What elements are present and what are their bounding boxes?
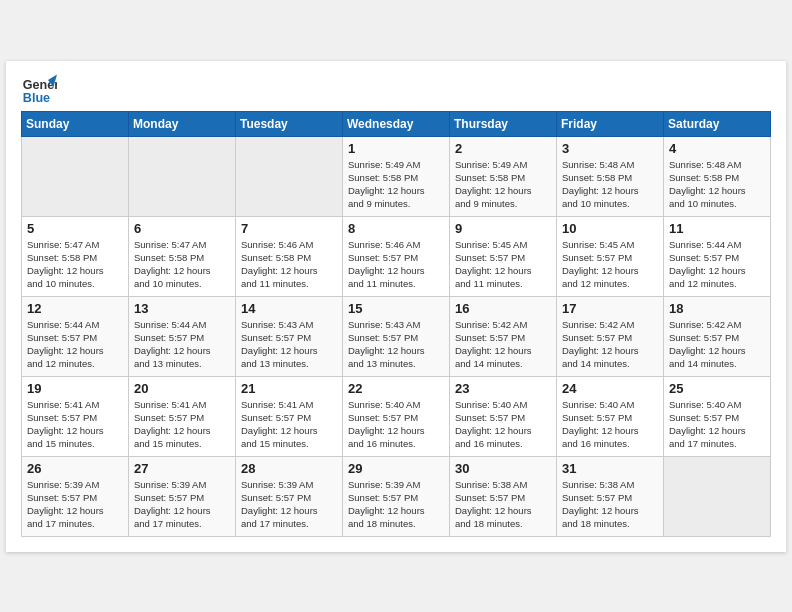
day-info: Sunrise: 5:48 AM Sunset: 5:58 PM Dayligh… [669,158,765,211]
day-number: 22 [348,381,444,396]
header: General Blue [21,71,771,107]
day-info: Sunrise: 5:46 AM Sunset: 5:58 PM Dayligh… [241,238,337,291]
day-number: 10 [562,221,658,236]
day-number: 19 [27,381,123,396]
day-number: 5 [27,221,123,236]
calendar-cell: 14Sunrise: 5:43 AM Sunset: 5:57 PM Dayli… [236,296,343,376]
day-info: Sunrise: 5:38 AM Sunset: 5:57 PM Dayligh… [455,478,551,531]
calendar-cell [664,456,771,536]
weekday-header: Wednesday [343,111,450,136]
day-info: Sunrise: 5:42 AM Sunset: 5:57 PM Dayligh… [455,318,551,371]
day-number: 30 [455,461,551,476]
calendar-body: 1Sunrise: 5:49 AM Sunset: 5:58 PM Daylig… [22,136,771,536]
weekday-header: Tuesday [236,111,343,136]
calendar-cell [129,136,236,216]
calendar-week-row: 5Sunrise: 5:47 AM Sunset: 5:58 PM Daylig… [22,216,771,296]
calendar-cell: 4Sunrise: 5:48 AM Sunset: 5:58 PM Daylig… [664,136,771,216]
day-info: Sunrise: 5:41 AM Sunset: 5:57 PM Dayligh… [241,398,337,451]
calendar-cell: 18Sunrise: 5:42 AM Sunset: 5:57 PM Dayli… [664,296,771,376]
logo-icon: General Blue [21,71,57,107]
day-info: Sunrise: 5:40 AM Sunset: 5:57 PM Dayligh… [455,398,551,451]
day-info: Sunrise: 5:39 AM Sunset: 5:57 PM Dayligh… [348,478,444,531]
day-number: 15 [348,301,444,316]
logo: General Blue [21,71,57,107]
day-number: 2 [455,141,551,156]
day-number: 14 [241,301,337,316]
weekday-header: Sunday [22,111,129,136]
day-number: 12 [27,301,123,316]
calendar-cell: 24Sunrise: 5:40 AM Sunset: 5:57 PM Dayli… [557,376,664,456]
calendar-cell: 5Sunrise: 5:47 AM Sunset: 5:58 PM Daylig… [22,216,129,296]
day-info: Sunrise: 5:49 AM Sunset: 5:58 PM Dayligh… [455,158,551,211]
day-info: Sunrise: 5:40 AM Sunset: 5:57 PM Dayligh… [348,398,444,451]
calendar-cell: 17Sunrise: 5:42 AM Sunset: 5:57 PM Dayli… [557,296,664,376]
calendar-cell: 3Sunrise: 5:48 AM Sunset: 5:58 PM Daylig… [557,136,664,216]
calendar-cell: 6Sunrise: 5:47 AM Sunset: 5:58 PM Daylig… [129,216,236,296]
weekday-row: SundayMondayTuesdayWednesdayThursdayFrid… [22,111,771,136]
day-number: 8 [348,221,444,236]
day-number: 25 [669,381,765,396]
day-info: Sunrise: 5:41 AM Sunset: 5:57 PM Dayligh… [27,398,123,451]
day-info: Sunrise: 5:43 AM Sunset: 5:57 PM Dayligh… [241,318,337,371]
day-number: 13 [134,301,230,316]
day-number: 29 [348,461,444,476]
calendar-header: SundayMondayTuesdayWednesdayThursdayFrid… [22,111,771,136]
day-number: 26 [27,461,123,476]
day-number: 7 [241,221,337,236]
calendar-cell: 1Sunrise: 5:49 AM Sunset: 5:58 PM Daylig… [343,136,450,216]
day-number: 28 [241,461,337,476]
day-info: Sunrise: 5:41 AM Sunset: 5:57 PM Dayligh… [134,398,230,451]
day-info: Sunrise: 5:42 AM Sunset: 5:57 PM Dayligh… [562,318,658,371]
day-info: Sunrise: 5:46 AM Sunset: 5:57 PM Dayligh… [348,238,444,291]
calendar-cell [22,136,129,216]
day-info: Sunrise: 5:39 AM Sunset: 5:57 PM Dayligh… [27,478,123,531]
calendar-cell: 29Sunrise: 5:39 AM Sunset: 5:57 PM Dayli… [343,456,450,536]
day-number: 9 [455,221,551,236]
day-number: 23 [455,381,551,396]
calendar-cell: 2Sunrise: 5:49 AM Sunset: 5:58 PM Daylig… [450,136,557,216]
day-info: Sunrise: 5:48 AM Sunset: 5:58 PM Dayligh… [562,158,658,211]
calendar-cell: 31Sunrise: 5:38 AM Sunset: 5:57 PM Dayli… [557,456,664,536]
day-number: 21 [241,381,337,396]
svg-text:Blue: Blue [23,90,50,104]
calendar-cell: 15Sunrise: 5:43 AM Sunset: 5:57 PM Dayli… [343,296,450,376]
calendar-cell: 28Sunrise: 5:39 AM Sunset: 5:57 PM Dayli… [236,456,343,536]
weekday-header: Thursday [450,111,557,136]
day-number: 3 [562,141,658,156]
calendar-cell: 7Sunrise: 5:46 AM Sunset: 5:58 PM Daylig… [236,216,343,296]
day-info: Sunrise: 5:45 AM Sunset: 5:57 PM Dayligh… [455,238,551,291]
day-info: Sunrise: 5:45 AM Sunset: 5:57 PM Dayligh… [562,238,658,291]
day-info: Sunrise: 5:39 AM Sunset: 5:57 PM Dayligh… [134,478,230,531]
calendar-cell: 26Sunrise: 5:39 AM Sunset: 5:57 PM Dayli… [22,456,129,536]
calendar-cell: 23Sunrise: 5:40 AM Sunset: 5:57 PM Dayli… [450,376,557,456]
calendar-week-row: 19Sunrise: 5:41 AM Sunset: 5:57 PM Dayli… [22,376,771,456]
weekday-header: Saturday [664,111,771,136]
day-info: Sunrise: 5:47 AM Sunset: 5:58 PM Dayligh… [134,238,230,291]
day-info: Sunrise: 5:47 AM Sunset: 5:58 PM Dayligh… [27,238,123,291]
day-number: 24 [562,381,658,396]
day-number: 4 [669,141,765,156]
day-info: Sunrise: 5:38 AM Sunset: 5:57 PM Dayligh… [562,478,658,531]
calendar-container: General Blue SundayMondayTuesdayWednesda… [6,61,786,552]
day-info: Sunrise: 5:49 AM Sunset: 5:58 PM Dayligh… [348,158,444,211]
day-info: Sunrise: 5:42 AM Sunset: 5:57 PM Dayligh… [669,318,765,371]
calendar-cell: 27Sunrise: 5:39 AM Sunset: 5:57 PM Dayli… [129,456,236,536]
calendar-cell: 19Sunrise: 5:41 AM Sunset: 5:57 PM Dayli… [22,376,129,456]
calendar-cell: 10Sunrise: 5:45 AM Sunset: 5:57 PM Dayli… [557,216,664,296]
calendar-cell: 12Sunrise: 5:44 AM Sunset: 5:57 PM Dayli… [22,296,129,376]
calendar-cell: 22Sunrise: 5:40 AM Sunset: 5:57 PM Dayli… [343,376,450,456]
day-number: 18 [669,301,765,316]
calendar-cell: 20Sunrise: 5:41 AM Sunset: 5:57 PM Dayli… [129,376,236,456]
day-number: 6 [134,221,230,236]
day-info: Sunrise: 5:40 AM Sunset: 5:57 PM Dayligh… [669,398,765,451]
day-number: 31 [562,461,658,476]
weekday-header: Friday [557,111,664,136]
day-info: Sunrise: 5:43 AM Sunset: 5:57 PM Dayligh… [348,318,444,371]
day-number: 27 [134,461,230,476]
calendar-cell: 8Sunrise: 5:46 AM Sunset: 5:57 PM Daylig… [343,216,450,296]
calendar-cell: 11Sunrise: 5:44 AM Sunset: 5:57 PM Dayli… [664,216,771,296]
day-info: Sunrise: 5:40 AM Sunset: 5:57 PM Dayligh… [562,398,658,451]
day-number: 1 [348,141,444,156]
calendar-cell: 30Sunrise: 5:38 AM Sunset: 5:57 PM Dayli… [450,456,557,536]
day-info: Sunrise: 5:44 AM Sunset: 5:57 PM Dayligh… [134,318,230,371]
